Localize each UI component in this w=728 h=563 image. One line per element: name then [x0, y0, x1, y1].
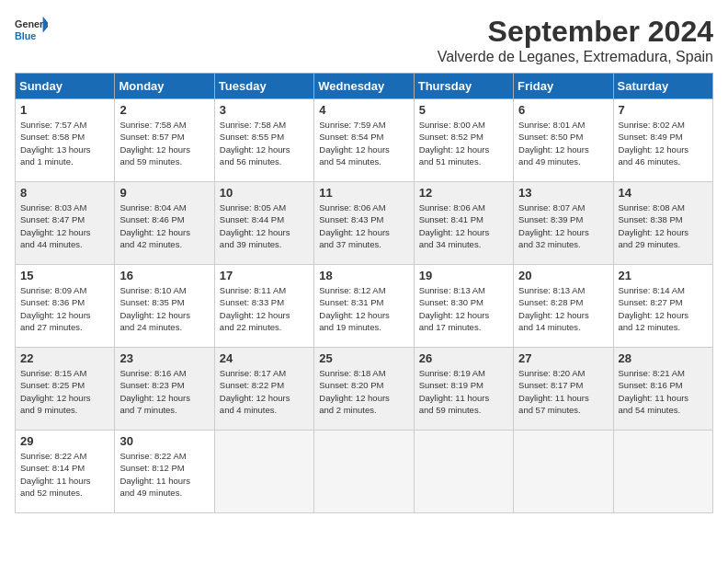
day-number: 12	[419, 186, 508, 200]
day-number: 6	[518, 103, 608, 117]
table-row: 4Sunrise: 7:59 AM Sunset: 8:54 PM Daylig…	[314, 99, 414, 182]
calendar-week-row: 8Sunrise: 8:03 AM Sunset: 8:47 PM Daylig…	[16, 182, 713, 265]
page-subtitle: Valverde de Leganes, Extremadura, Spain	[438, 49, 713, 65]
table-row: 14Sunrise: 8:08 AM Sunset: 8:38 PM Dayli…	[613, 182, 712, 265]
day-info: Sunrise: 8:09 AM Sunset: 8:36 PM Dayligh…	[20, 284, 109, 333]
day-info: Sunrise: 8:14 AM Sunset: 8:27 PM Dayligh…	[619, 284, 708, 333]
table-row: 29Sunrise: 8:22 AM Sunset: 8:14 PM Dayli…	[16, 431, 115, 513]
day-number: 10	[220, 186, 309, 200]
table-row	[214, 431, 313, 513]
table-row: 21Sunrise: 8:14 AM Sunset: 8:27 PM Dayli…	[613, 265, 712, 348]
day-info: Sunrise: 8:03 AM Sunset: 8:47 PM Dayligh…	[20, 201, 109, 250]
table-row: 9Sunrise: 8:04 AM Sunset: 8:46 PM Daylig…	[115, 182, 214, 265]
day-info: Sunrise: 8:10 AM Sunset: 8:35 PM Dayligh…	[119, 284, 209, 333]
day-number: 23	[119, 351, 209, 365]
table-row: 15Sunrise: 8:09 AM Sunset: 8:36 PM Dayli…	[16, 265, 115, 348]
day-info: Sunrise: 8:05 AM Sunset: 8:44 PM Dayligh…	[220, 201, 309, 250]
table-row: 12Sunrise: 8:06 AM Sunset: 8:41 PM Dayli…	[414, 182, 513, 265]
table-row: 19Sunrise: 8:13 AM Sunset: 8:30 PM Dayli…	[414, 265, 513, 348]
table-row: 26Sunrise: 8:19 AM Sunset: 8:19 PM Dayli…	[414, 348, 513, 431]
table-row: 30Sunrise: 8:22 AM Sunset: 8:12 PM Dayli…	[115, 431, 214, 513]
day-number: 15	[20, 269, 109, 282]
calendar-header-row: Sunday Monday Tuesday Wednesday Thursday…	[16, 74, 713, 99]
table-row: 27Sunrise: 8:20 AM Sunset: 8:17 PM Dayli…	[514, 348, 613, 431]
table-row: 6Sunrise: 8:01 AM Sunset: 8:50 PM Daylig…	[514, 99, 613, 182]
day-info: Sunrise: 8:17 AM Sunset: 8:22 PM Dayligh…	[220, 367, 309, 416]
day-number: 11	[319, 186, 408, 200]
table-row: 20Sunrise: 8:13 AM Sunset: 8:28 PM Dayli…	[514, 265, 613, 348]
table-row	[414, 431, 513, 513]
day-number: 8	[20, 186, 109, 200]
table-row: 3Sunrise: 7:58 AM Sunset: 8:55 PM Daylig…	[214, 99, 313, 182]
day-info: Sunrise: 8:04 AM Sunset: 8:46 PM Dayligh…	[119, 201, 209, 250]
day-number: 4	[319, 103, 408, 117]
day-info: Sunrise: 8:06 AM Sunset: 8:43 PM Dayligh…	[319, 201, 408, 250]
day-number: 13	[518, 186, 608, 200]
table-row: 16Sunrise: 8:10 AM Sunset: 8:35 PM Dayli…	[115, 265, 214, 348]
day-info: Sunrise: 8:00 AM Sunset: 8:52 PM Dayligh…	[419, 119, 508, 167]
day-info: Sunrise: 8:07 AM Sunset: 8:39 PM Dayligh…	[518, 201, 608, 250]
svg-text:Blue: Blue	[15, 30, 36, 41]
table-row: 18Sunrise: 8:12 AM Sunset: 8:31 PM Dayli…	[314, 265, 414, 348]
col-friday: Friday	[514, 74, 613, 99]
day-info: Sunrise: 8:13 AM Sunset: 8:28 PM Dayligh…	[518, 284, 608, 333]
day-info: Sunrise: 8:18 AM Sunset: 8:20 PM Dayligh…	[319, 367, 408, 416]
table-row: 17Sunrise: 8:11 AM Sunset: 8:33 PM Dayli…	[214, 265, 313, 348]
col-wednesday: Wednesday	[314, 74, 414, 99]
table-row: 8Sunrise: 8:03 AM Sunset: 8:47 PM Daylig…	[16, 182, 115, 265]
day-info: Sunrise: 8:08 AM Sunset: 8:38 PM Dayligh…	[619, 201, 708, 250]
calendar-week-row: 1Sunrise: 7:57 AM Sunset: 8:58 PM Daylig…	[16, 99, 713, 182]
col-tuesday: Tuesday	[214, 74, 313, 99]
day-info: Sunrise: 8:01 AM Sunset: 8:50 PM Dayligh…	[518, 119, 608, 167]
logo: General Blue General Blue	[15, 15, 48, 48]
day-info: Sunrise: 8:02 AM Sunset: 8:49 PM Dayligh…	[619, 119, 708, 167]
day-number: 22	[20, 351, 109, 365]
day-number: 16	[119, 269, 209, 282]
table-row: 24Sunrise: 8:17 AM Sunset: 8:22 PM Dayli…	[214, 348, 313, 431]
day-number: 5	[419, 103, 508, 117]
day-number: 17	[220, 269, 309, 282]
day-info: Sunrise: 8:21 AM Sunset: 8:16 PM Dayligh…	[619, 367, 708, 416]
logo-icon: General Blue	[15, 15, 48, 48]
day-info: Sunrise: 7:58 AM Sunset: 8:57 PM Dayligh…	[119, 119, 209, 167]
table-row: 25Sunrise: 8:18 AM Sunset: 8:20 PM Dayli…	[314, 348, 414, 431]
table-row	[514, 431, 613, 513]
day-number: 18	[319, 269, 408, 282]
day-number: 14	[619, 186, 708, 200]
col-sunday: Sunday	[16, 74, 115, 99]
table-row: 1Sunrise: 7:57 AM Sunset: 8:58 PM Daylig…	[16, 99, 115, 182]
day-info: Sunrise: 8:06 AM Sunset: 8:41 PM Dayligh…	[419, 201, 508, 250]
day-info: Sunrise: 7:57 AM Sunset: 8:58 PM Dayligh…	[20, 119, 109, 167]
day-info: Sunrise: 8:16 AM Sunset: 8:23 PM Dayligh…	[119, 367, 209, 416]
table-row	[613, 431, 712, 513]
table-row: 2Sunrise: 7:58 AM Sunset: 8:57 PM Daylig…	[115, 99, 214, 182]
page-title: September 2024	[438, 15, 713, 49]
col-thursday: Thursday	[414, 74, 513, 99]
day-number: 7	[619, 103, 708, 117]
calendar-week-row: 15Sunrise: 8:09 AM Sunset: 8:36 PM Dayli…	[16, 265, 713, 348]
table-row: 7Sunrise: 8:02 AM Sunset: 8:49 PM Daylig…	[613, 99, 712, 182]
col-saturday: Saturday	[613, 74, 712, 99]
day-info: Sunrise: 8:22 AM Sunset: 8:12 PM Dayligh…	[119, 450, 209, 499]
day-number: 21	[619, 269, 708, 282]
table-row: 28Sunrise: 8:21 AM Sunset: 8:16 PM Dayli…	[613, 348, 712, 431]
day-number: 3	[220, 103, 309, 117]
table-row: 5Sunrise: 8:00 AM Sunset: 8:52 PM Daylig…	[414, 99, 513, 182]
day-number: 28	[619, 351, 708, 365]
day-info: Sunrise: 7:58 AM Sunset: 8:55 PM Dayligh…	[220, 119, 309, 167]
day-info: Sunrise: 8:11 AM Sunset: 8:33 PM Dayligh…	[220, 284, 309, 333]
day-info: Sunrise: 8:13 AM Sunset: 8:30 PM Dayligh…	[419, 284, 508, 333]
table-row: 23Sunrise: 8:16 AM Sunset: 8:23 PM Dayli…	[115, 348, 214, 431]
day-number: 19	[419, 269, 508, 282]
page-header: General Blue General Blue September 2024…	[15, 15, 713, 65]
day-info: Sunrise: 8:19 AM Sunset: 8:19 PM Dayligh…	[419, 367, 508, 416]
day-number: 25	[319, 351, 408, 365]
table-row	[314, 431, 414, 513]
calendar-week-row: 29Sunrise: 8:22 AM Sunset: 8:14 PM Dayli…	[16, 431, 713, 513]
title-block: September 2024 Valverde de Leganes, Extr…	[438, 15, 713, 65]
day-number: 26	[419, 351, 508, 365]
col-monday: Monday	[115, 74, 214, 99]
table-row: 22Sunrise: 8:15 AM Sunset: 8:25 PM Dayli…	[16, 348, 115, 431]
day-info: Sunrise: 8:22 AM Sunset: 8:14 PM Dayligh…	[20, 450, 109, 499]
day-info: Sunrise: 8:12 AM Sunset: 8:31 PM Dayligh…	[319, 284, 408, 333]
